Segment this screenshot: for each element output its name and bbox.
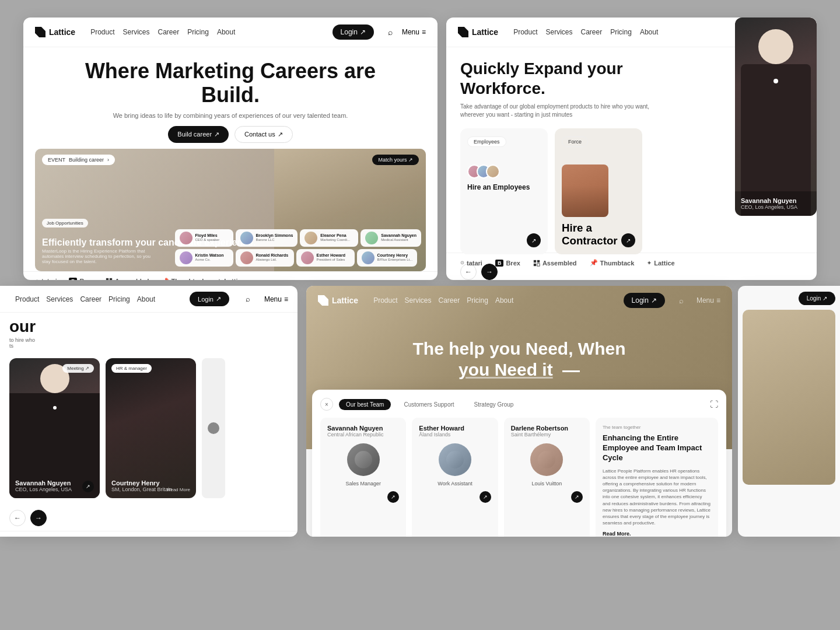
p4-dash [562, 370, 580, 372]
modal-person-name-esther: Esther Howard [419, 425, 491, 432]
profile-info-kristin: Kristin Watson Acme Co. [195, 253, 224, 262]
avatar-esther [301, 251, 314, 264]
search-icon-3[interactable]: ⌕ [246, 295, 250, 303]
p3-card-arrow-1[interactable]: ↗ [82, 481, 94, 492]
p3-person-card-courtney: HR & manager Courtney Henry SM, London, … [106, 358, 196, 498]
lattice-icon-4 [318, 295, 328, 306]
menu-button-4[interactable]: Menu ≡ [696, 296, 720, 304]
nav-product-4[interactable]: Product [373, 296, 397, 304]
lattice-icon-2 [458, 27, 468, 37]
hero-image-area-1: EVENT Building career › Match yours ↗ Jo… [35, 149, 426, 271]
modal-close-button[interactable]: × [320, 398, 333, 411]
nav-services-1[interactable]: Services [123, 28, 149, 36]
avatar-floyd [180, 232, 192, 244]
p3-person-image-2 [106, 358, 196, 498]
nav-product-1[interactable]: Product [90, 28, 114, 36]
login-button-1[interactable]: Login ↗ [332, 24, 374, 40]
navbar-4: Lattice Product Services Career Pricing … [306, 286, 732, 315]
chevron-icon: › [107, 157, 109, 163]
menu-lines-icon-4: ≡ [716, 296, 720, 304]
match-badge[interactable]: Match yours ↗ [372, 155, 419, 165]
profile-card-brooklyn: Brooklyn Simmons Barone LLC [236, 229, 298, 247]
modal-cards: Savannah Nguyen Central African Republic… [320, 418, 718, 537]
logo-text-2: Lattice [472, 27, 498, 37]
search-icon-1[interactable]: ⌕ [388, 27, 393, 37]
search-icon-4[interactable]: ⌕ [679, 296, 684, 305]
nav-career-2[interactable]: Career [581, 28, 603, 36]
modal-tab-support[interactable]: Customers Support [397, 399, 461, 410]
menu-button-3[interactable]: Menu ≡ [264, 295, 288, 303]
nav-product-2[interactable]: Product [513, 28, 537, 36]
p3-read-more[interactable]: Read More [167, 487, 190, 492]
menu-button-1[interactable]: Menu ≡ [402, 28, 426, 36]
profile-info-courtney: Courtney Henry B/Flux Enterprises Lt... [377, 253, 413, 262]
hire-employees-card[interactable]: Employees Hire an Employees ↗ [460, 128, 548, 254]
nav-career-4[interactable]: Career [439, 296, 460, 304]
nav-services-2[interactable]: Services [545, 28, 572, 36]
login-button-5[interactable]: Login ↗ [799, 292, 835, 305]
avatar-ronald [240, 251, 253, 264]
avatar-kristin [180, 251, 192, 264]
svg-rect-4 [534, 260, 536, 262]
nav-about-3[interactable]: About [137, 295, 155, 303]
p3-prev-arrow[interactable]: ← [9, 510, 26, 526]
logo-2: Lattice [458, 27, 498, 37]
meeting-badge: Meeting ↗ [62, 364, 94, 373]
menu-lines-icon-1: ≡ [422, 28, 426, 36]
hire-employees-arrow[interactable]: ↗ [527, 233, 541, 247]
modal-arrow-esther[interactable]: ↗ [480, 491, 491, 503]
modal-person-avatar-area-3 [511, 443, 583, 476]
modal-person-title-savannah: Sales Manager [327, 481, 399, 487]
build-career-button[interactable]: Build career ↗ [168, 126, 229, 143]
logo-lattice-strip: ✦ Lattice [217, 278, 244, 280]
avatar-eleanor [304, 232, 317, 244]
modal-tab-strategy[interactable]: Strategy Group [467, 399, 521, 410]
contact-us-button[interactable]: Contact us ↗ [235, 126, 293, 143]
login-button-4[interactable]: Login ↗ [624, 293, 665, 308]
expand-icon[interactable]: ⛶ [710, 400, 718, 409]
modal-read-more-link[interactable]: Read More. [603, 531, 711, 537]
nav-pricing-4[interactable]: Pricing [467, 296, 488, 304]
logo-thumbtack-2: 📌 Thumbtack [590, 259, 635, 267]
nav-product-3[interactable]: Product [15, 295, 39, 303]
p2-heading: Quickly Expand your Workforce. [460, 59, 682, 98]
profile-info-savannah: Savannah Nguyen Medical Assistant [381, 233, 416, 243]
p3-partial-section [202, 358, 225, 498]
profile-row-2: Kristin Watson Acme Co. Ronald Richards … [175, 249, 421, 267]
nav-career-3[interactable]: Career [80, 295, 102, 303]
modal-arrow-savannah[interactable]: ↗ [387, 491, 399, 503]
hire-contractor-card[interactable]: Force Hire a Contractor ↗ [555, 128, 642, 254]
svg-rect-5 [537, 260, 540, 262]
hire-contractor-arrow[interactable]: ↗ [621, 233, 635, 247]
panel-marketing-careers: Lattice Product Services Career Pricing … [23, 18, 438, 280]
logo-tatari-2: ⊙ tatari [460, 260, 482, 267]
job-badge: Job Opportunities [42, 219, 88, 228]
p3-next-arrow[interactable]: → [30, 510, 47, 526]
nav-about-1[interactable]: About [217, 28, 235, 36]
p2-person-role: CEO, Los Angeles, USA [741, 204, 811, 210]
nav-pricing-3[interactable]: Pricing [108, 295, 130, 303]
nav-about-2[interactable]: About [640, 28, 658, 36]
logo-1: Lattice [35, 27, 75, 37]
nav-services-3[interactable]: Services [46, 295, 73, 303]
login-button-3[interactable]: Login ↗ [190, 292, 229, 306]
modal-header: × Our best Team Customers Support Strate… [320, 398, 718, 411]
nav-pricing-1[interactable]: Pricing [187, 28, 209, 36]
nav-pricing-2[interactable]: Pricing [610, 28, 632, 36]
modal-info-desc: Lattice People Platform enables HR opera… [603, 468, 711, 527]
login-arrow-icon-3: ↗ [216, 295, 221, 303]
profile-row-1: Floyd Miles CEO & speaker Brooklyn Simmo… [175, 229, 421, 247]
building-career-label: Building career [69, 157, 104, 163]
modal-person-avatar-area-1 [327, 443, 399, 476]
p3-person-info-2: Courtney Henry SM, London, Great Britain [111, 480, 172, 492]
modal-person-title-esther: Work Assistant [419, 481, 491, 487]
logo-tatari: ⊙ tatari [35, 278, 57, 280]
nav-services-4[interactable]: Services [404, 296, 431, 304]
modal-arrow-darlene[interactable]: ↗ [571, 491, 583, 503]
nav-career-1[interactable]: Career [158, 28, 180, 36]
modal-tab-team[interactable]: Our best Team [339, 399, 391, 410]
canvas: Lattice Product Services Career Pricing … [0, 0, 840, 630]
profile-info-ronald: Ronald Richards Abstergo Ltd. [256, 253, 289, 262]
modal-arrow-row-2: ↗ [419, 491, 491, 503]
nav-about-4[interactable]: About [495, 296, 513, 304]
